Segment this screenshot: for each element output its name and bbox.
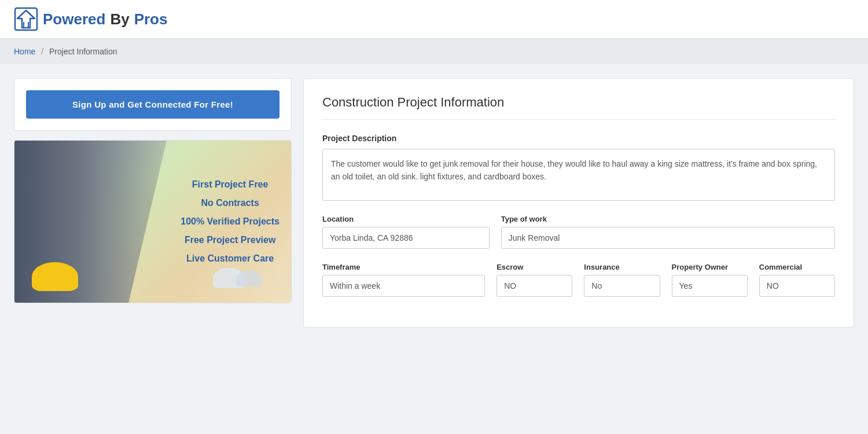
commercial-group: Commercial NO [759, 263, 835, 297]
type-of-work-label: Type of work [501, 215, 835, 223]
promo-line-3: 100% Verified Projects [181, 212, 279, 231]
type-of-work-value: Junk Removal [501, 227, 835, 249]
content-panel: Construction Project Information Project… [303, 78, 854, 328]
promo-background: First Project Free No Contracts 100% Ver… [14, 141, 291, 303]
breadcrumb-home-link[interactable]: Home [14, 47, 35, 56]
sidebar: Sign Up and Get Connected For Free! Firs… [14, 78, 292, 328]
logo-powered-text: Powered [43, 10, 105, 28]
yellow-helmet [32, 262, 78, 291]
type-of-work-group: Type of work Junk Removal [501, 215, 835, 249]
breadcrumb-current: Project Information [49, 47, 117, 56]
signup-card: Sign Up and Get Connected For Free! [14, 78, 292, 131]
logo-icon [14, 7, 38, 31]
commercial-label: Commercial [759, 263, 835, 271]
description-text: The customer would like to get junk remo… [322, 149, 835, 201]
timeframe-group: Timeframe Within a week [322, 263, 485, 297]
property-owner-label: Property Owner [672, 263, 748, 271]
promo-line-1: First Project Free [181, 175, 279, 194]
escrow-label: Escrow [496, 263, 572, 271]
insurance-value: No [584, 275, 660, 297]
insurance-label: Insurance [584, 263, 660, 271]
promo-text-overlay: First Project Free No Contracts 100% Ver… [181, 175, 279, 268]
timeframe-details-row: Timeframe Within a week Escrow NO Insura… [322, 263, 835, 297]
location-label: Location [322, 215, 490, 223]
description-label: Project Description [322, 134, 835, 143]
logo: PoweredByPros [14, 7, 167, 31]
logo-by-text: By [110, 10, 129, 28]
escrow-group: Escrow NO [496, 263, 572, 297]
header: PoweredByPros [0, 0, 868, 39]
promo-line-5: Live Customer Care [181, 249, 279, 268]
logo-pros-text: Pros [134, 10, 168, 28]
panel-title: Construction Project Information [322, 95, 835, 120]
signup-button[interactable]: Sign Up and Get Connected For Free! [26, 90, 279, 119]
breadcrumb-separator: / [41, 47, 43, 56]
promo-image-area: First Project Free No Contracts 100% Ver… [14, 141, 291, 303]
promo-card: First Project Free No Contracts 100% Ver… [14, 140, 292, 303]
insurance-group: Insurance No [584, 263, 660, 297]
commercial-value: NO [759, 275, 835, 297]
promo-line-4: Free Project Preview [181, 231, 279, 249]
property-owner-value: Yes [672, 275, 748, 297]
location-value: Yorba Linda, CA 92886 [322, 227, 490, 249]
promo-line-2: No Contracts [181, 194, 279, 212]
escrow-value: NO [496, 275, 572, 297]
timeframe-value: Within a week [322, 275, 485, 297]
property-owner-group: Property Owner Yes [672, 263, 748, 297]
breadcrumb-bar: Home / Project Information [0, 39, 868, 64]
white-helmet-2 [236, 270, 262, 286]
location-type-row: Location Yorba Linda, CA 92886 Type of w… [322, 215, 835, 249]
svg-marker-1 [17, 10, 35, 28]
main-container: Sign Up and Get Connected For Free! Firs… [0, 64, 868, 341]
location-group: Location Yorba Linda, CA 92886 [322, 215, 490, 249]
timeframe-label: Timeframe [322, 263, 485, 271]
